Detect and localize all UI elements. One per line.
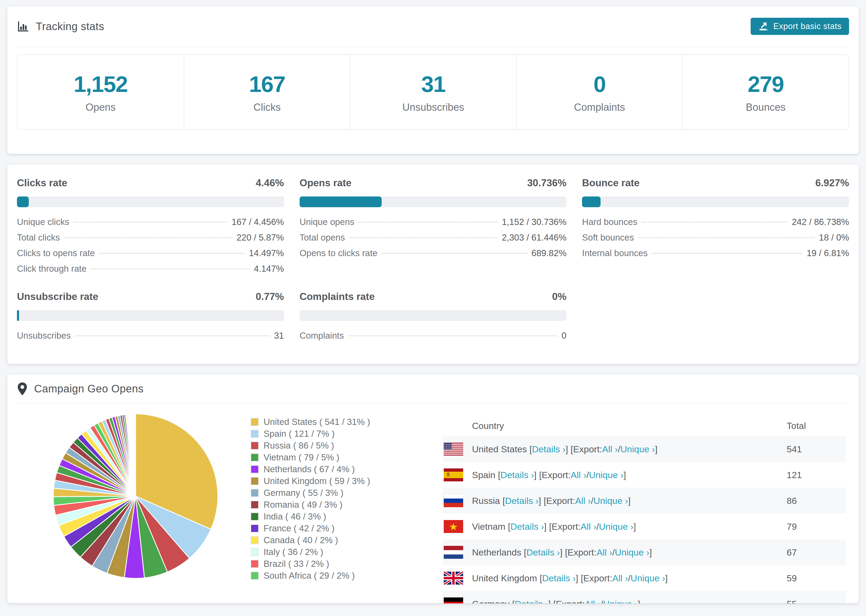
legend-swatch-icon	[251, 524, 259, 533]
country-name: United Kingdom	[472, 573, 540, 583]
export-all-link[interactable]: All ›	[575, 496, 591, 506]
progress-fill-opens	[299, 196, 382, 207]
stat-row: Complaints0	[299, 331, 567, 346]
legend-item-india[interactable]: India ( 46 / 3% )	[251, 511, 377, 522]
flag-united-states-icon	[444, 443, 463, 456]
export-unique-link[interactable]: Unique ›	[620, 444, 655, 454]
country-cell: United States [Details ›] [Export: All ›…	[443, 443, 787, 456]
progress-track-clicks	[17, 196, 284, 207]
export-unique-link[interactable]: Unique ›	[631, 573, 665, 583]
dotted-leader	[642, 222, 787, 223]
details-link[interactable]: Details ›	[532, 444, 565, 454]
legend-item-united-states[interactable]: United States ( 541 / 31% )	[251, 416, 377, 428]
dotted-leader	[652, 253, 802, 254]
rate-section-bounce: Bounce rate6.927%Hard bounces242 / 86.73…	[582, 178, 849, 279]
country-name: Russia	[472, 496, 502, 506]
legend-item-italy[interactable]: Italy ( 36 / 2% )	[251, 546, 377, 558]
pie-slice-other[interactable]	[135, 414, 135, 496]
export-unique-link[interactable]: Unique ›	[594, 496, 628, 506]
map-pin-icon	[17, 382, 28, 396]
stat-value-bounces: 279	[748, 71, 784, 97]
legend-item-netherlands[interactable]: Netherlands ( 67 / 4% )	[251, 464, 377, 475]
legend-item-canada[interactable]: Canada ( 40 / 2% )	[251, 534, 377, 546]
bracket: ] [Export:	[544, 522, 581, 532]
page-title: Tracking stats	[17, 20, 104, 33]
summary-stats-strip: 1,152Opens167Clicks31Unsubscribes0Compla…	[17, 54, 849, 130]
stat-row: Unsubscribes31	[17, 331, 284, 346]
legend-swatch-icon	[251, 442, 259, 449]
bracket: ]	[624, 470, 626, 480]
export-unique-link[interactable]: Unique ›	[615, 547, 650, 558]
legend-item-france[interactable]: France ( 42 / 2% )	[251, 522, 377, 534]
geo-opens-header: Campaign Geo Opens	[17, 374, 849, 404]
rate-value-bounce: 6.927%	[816, 178, 849, 189]
dotted-leader	[91, 269, 250, 269]
stat-row-value: 0	[562, 331, 567, 341]
campaign-geo-opens-card: Campaign Geo Opens United States ( 541 /…	[7, 374, 859, 603]
stat-row-label: Unique clicks	[17, 217, 69, 227]
stat-row-value: 19 / 6.81%	[806, 248, 849, 258]
progress-fill-unsubscribe	[17, 310, 19, 321]
legend-label: South Africa ( 29 / 2% )	[264, 570, 355, 581]
legend-item-united-kingdom[interactable]: United Kingdom ( 59 / 3% )	[251, 475, 377, 487]
table-row-us: United States [Details ›] [Export: All ›…	[443, 436, 846, 462]
details-link[interactable]: Details ›	[505, 496, 539, 506]
legend-label: Vietnam ( 79 / 5% )	[264, 452, 339, 462]
details-link[interactable]: Details ›	[501, 470, 534, 480]
stat-row-label: Opens to clicks rate	[299, 248, 378, 258]
stat-row-label: Total clicks	[17, 233, 60, 243]
tracking-stats-header: Tracking stats Export basic stats	[17, 6, 849, 47]
export-unique-link[interactable]: Unique ›	[599, 522, 634, 532]
stat-row-value: 4.147%	[254, 264, 284, 274]
details-link[interactable]: Details ›	[510, 522, 544, 532]
export-all-link[interactable]: All ›	[585, 599, 601, 603]
legend-swatch-icon	[251, 418, 259, 426]
stat-row: Soft bounces18 / 0%	[582, 233, 849, 248]
export-all-link[interactable]: All ›	[597, 547, 612, 558]
export-unique-link[interactable]: Unique ›	[589, 470, 624, 480]
export-all-link[interactable]: All ›	[602, 444, 618, 454]
country-cell: Germany [Details ›] [Export: All › / Uni…	[443, 597, 787, 603]
stat-value-unsubscribes: 31	[421, 71, 445, 97]
legend-label: Spain ( 121 / 7% )	[264, 429, 335, 439]
stat-row-value: 242 / 86.738%	[792, 217, 849, 227]
bracket: ] [Export:	[534, 470, 571, 480]
bracket: ] [Export:	[548, 599, 585, 603]
rate-title-clicks: Clicks rate	[17, 178, 67, 189]
export-all-link[interactable]: All ›	[581, 522, 597, 532]
progress-track-opens	[299, 196, 567, 207]
legend-label: India ( 46 / 3% )	[264, 511, 326, 522]
stat-row-value: 220 / 5.87%	[237, 233, 284, 243]
legend-item-romania[interactable]: Romania ( 49 / 3% )	[251, 499, 377, 511]
legend-item-spain[interactable]: Spain ( 121 / 7% )	[251, 428, 377, 440]
rate-value-complaints: 0%	[552, 291, 567, 302]
legend-item-south-africa[interactable]: South Africa ( 29 / 2% )	[251, 570, 377, 581]
legend-item-brazil[interactable]: Brazil ( 33 / 2% )	[251, 558, 377, 570]
summary-cell-bounces: 279Bounces	[682, 55, 849, 129]
slash: /	[586, 470, 589, 480]
details-link[interactable]: Details ›	[542, 573, 576, 583]
legend-item-vietnam[interactable]: Vietnam ( 79 / 5% )	[251, 451, 377, 464]
export-all-link[interactable]: All ›	[612, 573, 628, 583]
export-basic-stats-button[interactable]: Export basic stats	[751, 18, 849, 35]
summary-cell-complaints: 0Complaints	[516, 55, 682, 129]
flag-russia-icon	[444, 494, 463, 507]
details-link[interactable]: Details ›	[515, 599, 548, 603]
rate-head-bounce: Bounce rate6.927%	[582, 178, 849, 190]
legend-item-russia[interactable]: Russia ( 86 / 5% )	[251, 440, 377, 451]
export-unique-link[interactable]: Unique ›	[603, 599, 638, 603]
export-all-link[interactable]: All ›	[571, 470, 587, 480]
total-cell: 541	[787, 444, 846, 454]
legend-label: France ( 42 / 2% )	[264, 523, 335, 533]
total-cell: 55	[787, 599, 846, 603]
stat-row: Unique opens1,152 / 30.736%	[299, 217, 567, 233]
details-link[interactable]: Details ›	[526, 547, 560, 558]
legend-item-germany[interactable]: Germany ( 55 / 3% )	[251, 487, 377, 499]
rate-rows-complaints: Complaints0	[299, 331, 567, 346]
geo-pie-chart	[52, 413, 219, 580]
legend-label: Italy ( 36 / 2% )	[264, 547, 323, 557]
progress-fill-clicks	[17, 196, 29, 207]
table-row-vn: Vietnam [Details ›] [Export: All › / Uni…	[443, 514, 846, 539]
progress-fill-bounce	[582, 196, 601, 207]
geo-table-header-country: Country	[443, 421, 787, 431]
